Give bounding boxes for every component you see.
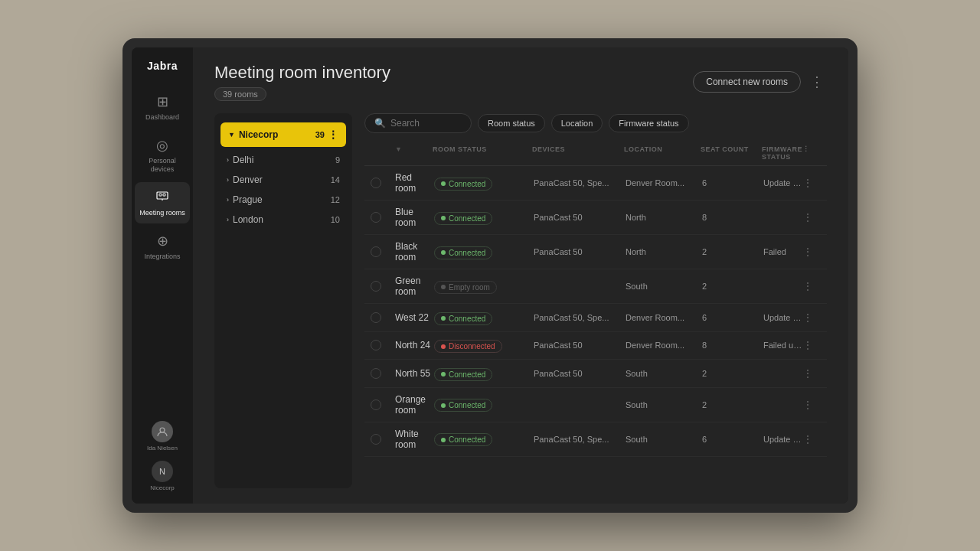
org-child-prague[interactable]: › Prague 12 [214, 190, 352, 210]
row-devices: PanaCast 50, Spe... [534, 313, 626, 322]
row-seats: 2 [702, 282, 763, 291]
location-filter-button[interactable]: Location [551, 114, 603, 132]
row-more-button[interactable]: ⋮ [802, 246, 821, 258]
search-box[interactable]: 🔍 [364, 113, 472, 133]
col-devices[interactable]: Devices [532, 145, 624, 161]
search-input[interactable] [390, 118, 459, 129]
sidebar-item-dashboard[interactable]: ⊞ Dashboard [135, 87, 190, 128]
row-more-button[interactable]: ⋮ [802, 399, 821, 411]
status-badge: Disconnected [434, 340, 502, 353]
row-checkbox[interactable] [371, 340, 395, 350]
firmware-status-filter-button[interactable]: Firmware status [609, 114, 688, 132]
row-checkbox[interactable] [371, 368, 395, 379]
row-status: Connected [434, 366, 534, 381]
sidebar-bottom: Ida Nielsen N Nicecorp [147, 412, 178, 491]
row-location: South [626, 400, 702, 409]
status-dot [441, 372, 446, 377]
status-dot [441, 403, 446, 408]
status-dot [441, 181, 446, 186]
row-location: Denver Room... [626, 178, 702, 187]
rooms-panel: 🔍 Room status Location Firmware status [364, 113, 827, 488]
col-room-status[interactable]: Room status [433, 145, 532, 161]
org-child-count: 12 [331, 195, 340, 204]
status-text: Connected [449, 214, 485, 223]
table-row[interactable]: North 55 Connected PanaCast 50 South 2 ⋮ [364, 360, 827, 388]
org-avatar-item[interactable]: N Nicecorp [150, 461, 175, 491]
org-child-london[interactable]: › London 10 [214, 210, 352, 230]
sidebar-item-integrations[interactable]: ⊕ Integrations [135, 227, 190, 267]
row-checkbox[interactable] [371, 434, 395, 445]
org-child-chevron-icon: › [227, 176, 229, 184]
sidebar-item-personal-devices[interactable]: ◎ Personal devices [135, 131, 190, 180]
row-name: Black room [395, 241, 434, 262]
row-name: North 55 [395, 368, 434, 379]
status-dot [441, 316, 446, 321]
room-status-filter-button[interactable]: Room status [478, 114, 545, 132]
status-dot [441, 285, 446, 289]
row-more-button[interactable]: ⋮ [802, 367, 821, 380]
row-devices: PanaCast 50 [534, 369, 626, 378]
org-top-item[interactable]: ▼ Nicecorp 39 ⋮ [220, 122, 346, 147]
row-seats: 6 [702, 313, 763, 322]
row-checkbox[interactable] [371, 399, 395, 410]
row-name: Orange room [395, 394, 434, 416]
row-location: South [626, 435, 702, 444]
table-row[interactable]: Red room Connected PanaCast 50, Spe... D… [364, 166, 827, 201]
table-row[interactable]: North 24 Disconnected PanaCast 50 Denver… [364, 332, 827, 360]
col-firmware-status[interactable]: Firmware status [762, 145, 802, 161]
org-name: Nicecorp [150, 484, 175, 491]
row-checkbox[interactable] [371, 281, 395, 292]
col-location[interactable]: Location [624, 145, 701, 161]
row-checkbox[interactable] [371, 246, 395, 257]
org-top-more-icon[interactable]: ⋮ [328, 129, 338, 141]
row-seats: 6 [702, 178, 763, 187]
row-firmware: Update available [763, 313, 802, 322]
org-tree-panel: ▼ Nicecorp 39 ⋮ › Delhi 9 › Denver 14 [214, 113, 352, 488]
col-name: ▼ [395, 145, 433, 161]
row-devices: PanaCast 50 [534, 247, 626, 256]
status-badge: Empty room [434, 281, 497, 294]
sidebar-item-meeting-rooms[interactable]: Meeting rooms [135, 182, 190, 223]
org-child-chevron-icon: › [227, 196, 229, 204]
org-child-name: Delhi [233, 155, 332, 165]
content-area: ▼ Nicecorp 39 ⋮ › Delhi 9 › Denver 14 [193, 107, 848, 504]
row-name: North 24 [395, 340, 434, 350]
table-row[interactable]: Blue room Connected PanaCast 50 North 8 … [364, 201, 827, 235]
table-row[interactable]: Green room Empty room South 2 ⋮ [364, 269, 827, 304]
svg-rect-1 [159, 194, 162, 196]
row-name: Green room [395, 276, 434, 297]
org-child-denver[interactable]: › Denver 14 [214, 170, 352, 190]
row-more-button[interactable]: ⋮ [802, 311, 821, 324]
sidebar-item-label: Meeting rooms [139, 209, 185, 217]
sort-arrow-icon: ▼ [395, 145, 402, 153]
row-checkbox[interactable] [371, 312, 395, 323]
row-more-button[interactable]: ⋮ [802, 280, 821, 292]
table-row[interactable]: White room Connected PanaCast 50, Spe...… [364, 422, 827, 457]
row-more-button[interactable]: ⋮ [802, 339, 821, 351]
table-row[interactable]: West 22 Connected PanaCast 50, Spe... De… [364, 304, 827, 332]
table-header: ▼ Room status Devices Location Seat coun… [364, 141, 827, 166]
status-text: Empty room [449, 283, 490, 292]
row-more-button[interactable]: ⋮ [802, 177, 821, 189]
row-devices: PanaCast 50 [534, 341, 626, 350]
integrations-icon: ⊕ [157, 233, 168, 249]
table-row[interactable]: Black room Connected PanaCast 50 North 2… [364, 235, 827, 269]
row-more-button[interactable]: ⋮ [802, 211, 821, 223]
table-options-icon[interactable]: ⋮ [802, 145, 810, 153]
row-name: Blue room [395, 207, 434, 228]
row-checkbox[interactable] [371, 212, 395, 223]
connect-new-rooms-button[interactable]: Connect new rooms [693, 71, 801, 93]
row-location: South [626, 282, 702, 291]
col-seat-count[interactable]: Seat count [701, 145, 762, 161]
rooms-table: ▼ Room status Devices Location Seat coun… [364, 141, 827, 488]
row-more-button[interactable]: ⋮ [802, 433, 821, 445]
header-menu-button[interactable]: ⋮ [807, 70, 827, 93]
org-child-name: Denver [233, 174, 328, 185]
row-seats: 2 [702, 400, 763, 409]
user-avatar-item[interactable]: Ida Nielsen [147, 421, 178, 452]
table-row[interactable]: Orange room Connected South 2 ⋮ [364, 388, 827, 422]
svg-rect-2 [163, 194, 165, 196]
header-left: Meeting room inventory 39 rooms [214, 63, 390, 101]
row-checkbox[interactable] [371, 178, 395, 188]
org-child-delhi[interactable]: › Delhi 9 [214, 150, 352, 170]
